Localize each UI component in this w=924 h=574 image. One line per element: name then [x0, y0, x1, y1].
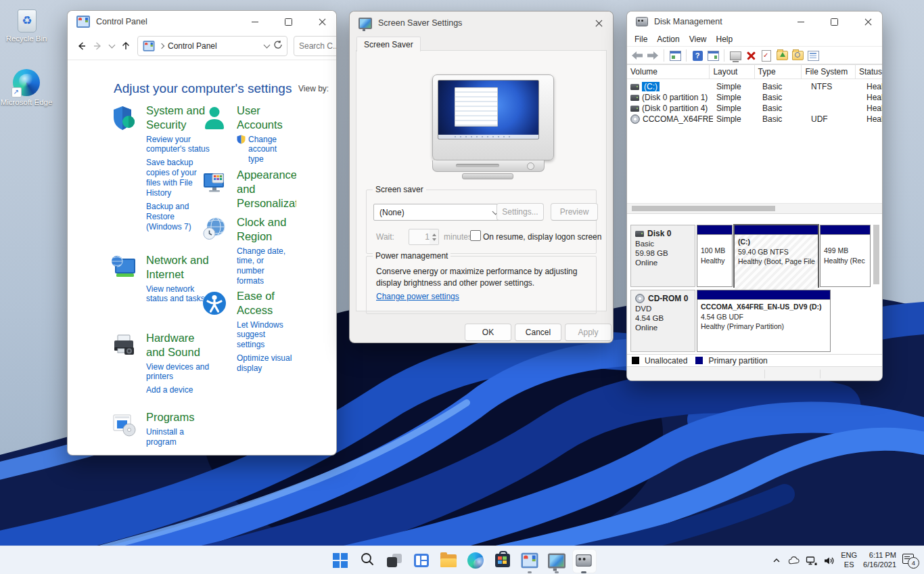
disk0-header[interactable]: Disk 0 Basic 59.98 GB Online: [630, 225, 695, 287]
toolbar-back-button[interactable]: [631, 49, 643, 62]
category-appearance-personalization[interactable]: Appearance and Personalization: [200, 168, 296, 213]
refresh-button[interactable]: [273, 40, 283, 52]
link-optimize-visual-display[interactable]: Optimize visual display: [237, 353, 294, 374]
column-file-system[interactable]: File System: [802, 64, 855, 79]
volume-list-header[interactable]: Volume Layout Type File System Status: [627, 64, 882, 79]
maximize-button[interactable]: [275, 11, 302, 32]
edge-button[interactable]: [462, 546, 489, 574]
vertical-scrollbar-thumb[interactable]: [873, 225, 879, 284]
category-title[interactable]: User Accounts: [237, 104, 296, 132]
network-icon[interactable]: [806, 555, 817, 567]
onedrive-cloud-icon[interactable]: [788, 555, 800, 567]
column-status[interactable]: Status: [856, 64, 882, 79]
hidden-icons-chevron[interactable]: [770, 555, 782, 567]
search-input[interactable]: [294, 36, 337, 56]
category-ease-of-access[interactable]: Ease of Access Let Windows suggest setti…: [200, 289, 296, 377]
close-button[interactable]: [308, 11, 336, 32]
category-clock-and-region[interactable]: Clock and Region Change date, time, or n…: [200, 215, 296, 290]
desktop-icon-microsoft-edge[interactable]: Microsoft Edge: [0, 69, 53, 108]
settings-button[interactable]: Settings...: [496, 203, 544, 221]
search-button[interactable]: [354, 546, 381, 574]
partition-499mb[interactable]: 499 MB Healthy (Rec: [820, 225, 871, 287]
cancel-button[interactable]: Cancel: [515, 324, 561, 341]
toolbar-properties-button[interactable]: [807, 49, 819, 62]
toolbar-check-document-button[interactable]: [760, 49, 772, 62]
toolbar-console-tree-button[interactable]: [669, 49, 681, 62]
minimize-button[interactable]: [787, 12, 814, 32]
breadcrumb-item[interactable]: Control Panel: [168, 41, 217, 51]
column-volume[interactable]: Volume: [627, 64, 710, 79]
wait-spinner[interactable]: [430, 229, 439, 245]
back-button[interactable]: [76, 40, 87, 52]
cdrom0-header[interactable]: CD-ROM 0 DVD 4.54 GB Online: [630, 290, 695, 352]
close-button[interactable]: [585, 12, 613, 35]
toolbar-folder-search-button[interactable]: [791, 49, 804, 62]
horizontal-scrollbar[interactable]: [627, 203, 882, 213]
volume-row-cccoma[interactable]: CCCOMA_X64FRE... Simple Basic UDF Health…: [627, 114, 882, 125]
volume-row-c[interactable]: (C:) Simple Basic NTFS Healthy: [627, 81, 882, 92]
category-user-accounts[interactable]: User Accounts Change account type: [200, 104, 296, 164]
category-title[interactable]: Programs: [146, 410, 211, 424]
task-view-button[interactable]: [381, 546, 408, 574]
toolbar-forward-button[interactable]: [647, 49, 659, 62]
scrollbar-thumb[interactable]: [632, 206, 775, 211]
disk-management-titlebar[interactable]: Disk Management: [627, 12, 882, 32]
toolbar-delete-button[interactable]: [745, 49, 757, 62]
column-layout[interactable]: Layout: [710, 64, 754, 79]
change-power-settings-link[interactable]: Change power settings: [376, 292, 459, 301]
address-dropdown-button[interactable]: [264, 42, 271, 49]
category-title[interactable]: Ease of Access: [237, 289, 296, 317]
ok-button[interactable]: OK: [465, 324, 511, 341]
on-resume-checkbox[interactable]: [470, 230, 481, 241]
category-programs[interactable]: Programs Uninstall a program: [110, 410, 211, 451]
control-panel-titlebar[interactable]: Control Panel: [68, 11, 336, 32]
menu-help[interactable]: Help: [712, 35, 738, 44]
widgets-button[interactable]: [408, 546, 435, 574]
maximize-button[interactable]: [821, 12, 848, 32]
partition-100mb[interactable]: 100 MB Healthy: [697, 225, 733, 287]
apply-button[interactable]: Apply: [565, 324, 611, 341]
column-type[interactable]: Type: [755, 64, 802, 79]
screen-saver-titlebar[interactable]: Screen Saver Settings: [350, 12, 613, 35]
volume-row-partition1[interactable]: (Disk 0 partition 1) Simple Basic Health…: [627, 92, 882, 103]
volume-icon[interactable]: [823, 555, 835, 567]
toolbar-help-button[interactable]: [691, 49, 703, 62]
forward-button[interactable]: [93, 40, 103, 52]
menu-view[interactable]: View: [685, 35, 712, 44]
link-uninstall-program[interactable]: Uninstall a program: [146, 427, 210, 447]
link-change-date-time[interactable]: Change date, time, or number formats: [237, 246, 294, 287]
screen-saver-dropdown[interactable]: (None): [373, 204, 504, 221]
store-button[interactable]: [489, 546, 516, 574]
preview-button[interactable]: Preview: [551, 203, 598, 221]
category-system-and-security[interactable]: System and Security Review your computer…: [110, 104, 211, 235]
link-windows-suggest-settings[interactable]: Let Windows suggest settings: [237, 320, 294, 351]
taskbar-control-panel-button[interactable]: [516, 546, 543, 574]
start-button[interactable]: [327, 546, 354, 574]
address-bar[interactable]: Control Panel: [137, 36, 287, 56]
category-title[interactable]: Appearance and Personalization: [237, 168, 296, 210]
minimize-button[interactable]: [241, 11, 269, 32]
clock[interactable]: 6:11 PM 6/16/2021: [863, 551, 896, 570]
category-network-and-internet[interactable]: Network and Internet View network status…: [110, 253, 211, 307]
menu-action[interactable]: Action: [652, 35, 684, 44]
recent-locations-button[interactable]: [110, 40, 114, 52]
toolbar-folder-up-button[interactable]: [776, 49, 788, 62]
file-explorer-button[interactable]: [435, 546, 462, 574]
up-button[interactable]: [120, 40, 131, 52]
category-hardware-and-sound[interactable]: Hardware and Sound View devices and prin…: [110, 331, 211, 399]
toolbar-action-pane-button[interactable]: [707, 49, 719, 62]
close-button[interactable]: [854, 12, 882, 32]
toolbar-computer-button[interactable]: [729, 49, 741, 62]
partition-dvd[interactable]: CCCOMA_X64FRE_EN-US_DV9 (D:) 4.54 GB UDF…: [697, 290, 831, 352]
desktop-icon-recycle-bin[interactable]: Recycle Bin: [0, 5, 53, 44]
taskbar-display-settings-button[interactable]: [543, 546, 570, 574]
menu-file[interactable]: File: [630, 35, 652, 44]
tab-screen-saver[interactable]: Screen Saver: [356, 37, 421, 51]
link-add-device[interactable]: Add a device: [146, 385, 210, 395]
volume-row-partition4[interactable]: (Disk 0 partition 4) Simple Basic Health…: [627, 103, 882, 114]
notification-center-button[interactable]: 4: [902, 554, 919, 567]
taskbar-disk-management-button[interactable]: [570, 546, 597, 574]
partition-c-selected[interactable]: (C:) 59.40 GB NTFS Healthy (Boot, Page F…: [733, 224, 819, 288]
link-change-account-type[interactable]: Change account type: [248, 135, 286, 165]
category-title[interactable]: Clock and Region: [237, 215, 296, 244]
